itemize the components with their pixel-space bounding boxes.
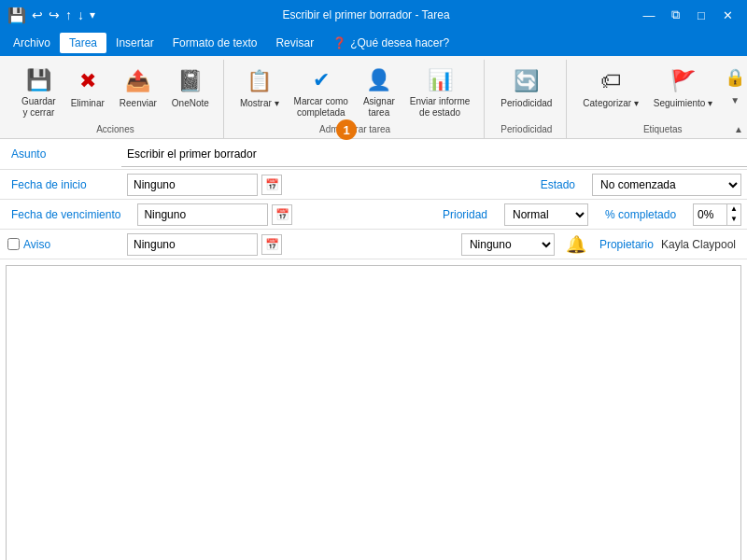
acciones-buttons: 💾 Guardary cerrar ✖ Eliminar 📤 Reenviar … (15, 62, 216, 124)
onenote-icon: 📓 (176, 66, 205, 96)
down-icon[interactable]: ↓ (78, 7, 84, 22)
aviso-checkbox[interactable] (7, 238, 20, 250)
aviso-label: Aviso (23, 238, 50, 251)
minimize-button[interactable]: — (637, 3, 661, 27)
save-close-icon: 💾 (23, 66, 53, 94)
restore-button[interactable]: ⧉ (663, 3, 687, 27)
estado-label: Estado (529, 175, 586, 195)
etiquetas-buttons: 🏷 Categorizar ▾ 🚩 Seguimiento ▾ 🔒 ▼ (576, 62, 747, 124)
onenote-button[interactable]: 📓 OneNote (165, 62, 216, 123)
acciones-label: Acciones (96, 124, 134, 136)
ribbon: 💾 Guardary cerrar ✖ Eliminar 📤 Reenviar … (0, 56, 747, 139)
spinner-down-button[interactable]: ▼ (727, 215, 740, 225)
close-button[interactable]: ✕ (715, 3, 740, 27)
notes-textarea[interactable] (7, 266, 740, 560)
up-icon[interactable]: ↑ (65, 7, 72, 22)
notes-area[interactable] (6, 265, 741, 560)
porcentaje-input[interactable] (693, 203, 726, 226)
periodicidad-button[interactable]: 🔄 Periodicidad (494, 62, 558, 123)
menu-formato[interactable]: Formato de texto (163, 33, 267, 53)
administrar-buttons: 📋 Mostrar ▾ ✔ Marcar comocompletada 👤 As… (233, 62, 476, 124)
maximize-button[interactable]: □ (689, 3, 713, 27)
prioridad-label: Prioridad (431, 204, 499, 225)
prioridad-select[interactable]: Baja Normal Alta (504, 203, 588, 226)
lock-icon: 🔒 (725, 67, 745, 88)
step-badge: 1 (336, 119, 357, 140)
fecha-inicio-label: Fecha de inicio (0, 175, 121, 195)
ribbon-group-periodicidad: 🔄 Periodicidad Periodicidad (486, 60, 567, 138)
menu-tarea[interactable]: Tarea (60, 33, 106, 53)
ribbon-group-acciones: 💾 Guardary cerrar ✖ Eliminar 📤 Reenviar … (7, 60, 224, 138)
fecha-inicio-calendar-button[interactable]: 📅 (261, 175, 282, 195)
window-title: Escribir el primer borrador - Tarea (95, 8, 637, 21)
menu-archivo[interactable]: Archivo (4, 33, 60, 53)
etiquetas-label: Etiquetas (643, 124, 683, 136)
menu-search[interactable]: ❓ ¿Qué desea hacer? (323, 33, 458, 53)
marcar-completada-button[interactable]: ✔ Marcar comocompletada (288, 62, 355, 123)
aviso-row: Aviso 📅 Ninguno 🔔 Propietario Kayla Clay… (0, 230, 747, 259)
report-icon: 📊 (425, 66, 455, 94)
category-icon: 🏷 (596, 66, 626, 96)
sound-button[interactable]: 🔔 (560, 232, 592, 257)
fecha-vencimiento-input[interactable] (137, 203, 268, 226)
forward-icon: 📤 (123, 66, 153, 96)
search-icon: ❓ (332, 36, 346, 49)
ribbon-group-etiquetas: 🏷 Categorizar ▾ 🚩 Seguimiento ▾ 🔒 ▼ Etiq… (569, 60, 747, 138)
fecha-vencimiento-row: Fecha de vencimiento 📅 Prioridad Baja No… (0, 200, 747, 230)
down-arrow-icon[interactable]: ▼ (730, 95, 740, 105)
aviso-time-select[interactable]: Ninguno (461, 233, 555, 256)
assign-icon: 👤 (364, 66, 394, 94)
guardar-cerrar-button[interactable]: 💾 Guardary cerrar (15, 62, 63, 123)
ribbon-collapse-button[interactable]: ▲ (734, 124, 743, 134)
title-bar-left: 💾 ↩ ↪ ↑ ↓ ▾ (7, 7, 95, 24)
main-content: Asunto Fecha de inicio 📅 Estado No comen… (0, 139, 747, 560)
check-icon: ✔ (306, 66, 336, 94)
menu-bar: Archivo Tarea Insertar Formato de texto … (0, 30, 747, 56)
fecha-vencimiento-label: Fecha de vencimiento (0, 204, 132, 225)
redo-icon[interactable]: ↪ (49, 7, 60, 22)
asignar-tarea-button[interactable]: 👤 Asignartarea (357, 62, 402, 123)
form-area: Asunto Fecha de inicio 📅 Estado No comen… (0, 139, 747, 560)
fecha-inicio-row: Fecha de inicio 📅 Estado No comenzada En… (0, 170, 747, 200)
undo-icon[interactable]: ↩ (32, 7, 43, 22)
subject-row: Asunto (0, 139, 747, 170)
enviar-informe-button[interactable]: 📊 Enviar informede estado (403, 62, 476, 123)
categorizar-button[interactable]: 🏷 Categorizar ▾ (576, 62, 644, 123)
aviso-input[interactable] (127, 233, 258, 256)
aviso-calendar-button[interactable]: 📅 (261, 234, 282, 255)
title-bar: 💾 ↩ ↪ ↑ ↓ ▾ Escribir el primer borrador … (0, 0, 747, 30)
mostrar-button[interactable]: 📋 Mostrar ▾ (233, 62, 286, 123)
reenviar-button[interactable]: 📤 Reenviar (113, 62, 163, 123)
propietario-value: Kayla Claypool (661, 238, 747, 251)
porcentaje-spinner[interactable]: ▲ ▼ (726, 203, 741, 226)
porcentaje-label: % completado (594, 204, 687, 225)
spinner-up-button[interactable]: ▲ (727, 204, 740, 215)
delete-icon: ✖ (73, 66, 103, 96)
recurrence-icon: 🔄 (512, 66, 542, 96)
periodicidad-label: Periodicidad (500, 124, 552, 136)
show-icon: 📋 (245, 66, 275, 96)
eliminar-button[interactable]: ✖ Eliminar (64, 62, 111, 123)
fecha-vencimiento-calendar-button[interactable]: 📅 (272, 204, 292, 225)
menu-revisar[interactable]: Revisar (266, 33, 323, 53)
seguimiento-button[interactable]: 🚩 Seguimiento ▾ (647, 62, 719, 123)
subject-label: Asunto (0, 144, 121, 164)
save-icon[interactable]: 💾 (7, 7, 26, 24)
window-controls: — ⧉ □ ✕ (637, 3, 740, 27)
subject-input[interactable] (121, 141, 747, 167)
propietario-label: Propietario (592, 238, 661, 251)
menu-insertar[interactable]: Insertar (106, 33, 163, 53)
periodicidad-buttons: 🔄 Periodicidad (494, 62, 558, 124)
estado-select[interactable]: No comenzada En curso Completada En espe… (592, 174, 741, 196)
flag-icon: 🚩 (668, 66, 698, 96)
fecha-inicio-input[interactable] (127, 174, 258, 196)
